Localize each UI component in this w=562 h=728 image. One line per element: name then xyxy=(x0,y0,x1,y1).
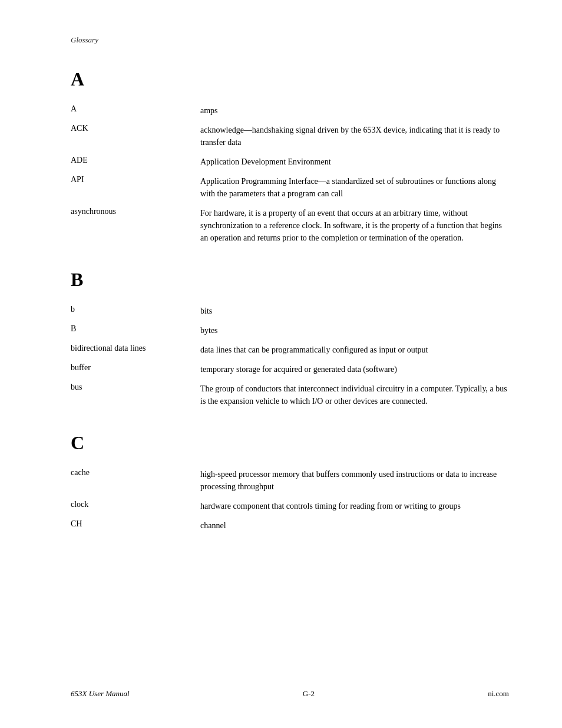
term-cell: cache xyxy=(71,465,200,496)
definition-cell: temporary storage for acquired or genera… xyxy=(200,360,509,379)
sections-container: AAampsACKacknowledge—handshaking signal … xyxy=(71,68,509,535)
section-c: Ccachehigh-speed processor memory that b… xyxy=(71,432,509,535)
table-row: CHchannel xyxy=(71,516,509,535)
section-c-table: cachehigh-speed processor memory that bu… xyxy=(71,465,509,535)
term-cell: b xyxy=(71,301,200,321)
term-cell: clock xyxy=(71,496,200,516)
section-b: BbbitsBbytesbidirectional data linesdata… xyxy=(71,269,509,411)
term-cell: A xyxy=(71,101,200,120)
definition-cell: For hardware, it is a property of an eve… xyxy=(200,203,509,248)
term-cell: asynchronous xyxy=(71,203,200,248)
table-row: busThe group of conductors that intercon… xyxy=(71,379,509,411)
header-label: Glossary xyxy=(71,35,98,44)
section-c-heading: C xyxy=(71,432,509,454)
table-row: Bbytes xyxy=(71,321,509,340)
section-a: AAampsACKacknowledge—handshaking signal … xyxy=(71,68,509,248)
definition-cell: channel xyxy=(200,516,509,535)
term-cell: bidirectional data lines xyxy=(71,340,200,360)
definition-cell: bits xyxy=(200,301,509,321)
definition-cell: The group of conductors that interconnec… xyxy=(200,379,509,411)
section-b-table: bbitsBbytesbidirectional data linesdata … xyxy=(71,301,509,411)
page: Glossary AAampsACKacknowledge—handshakin… xyxy=(0,0,562,728)
term-cell: ACK xyxy=(71,120,200,152)
term-cell: CH xyxy=(71,516,200,535)
table-row: ADEApplication Development Environment xyxy=(71,152,509,172)
section-a-table: AampsACKacknowledge—handshaking signal d… xyxy=(71,101,509,248)
term-cell: bus xyxy=(71,379,200,411)
section-b-heading: B xyxy=(71,269,509,291)
table-row: bbits xyxy=(71,301,509,321)
definition-cell: hardware component that controls timing … xyxy=(200,496,509,516)
definition-cell: acknowledge—handshaking signal driven by… xyxy=(200,120,509,152)
definition-cell: data lines that can be programmatically … xyxy=(200,340,509,360)
table-row: buffertemporary storage for acquired or … xyxy=(71,360,509,379)
table-row: bidirectional data linesdata lines that … xyxy=(71,340,509,360)
page-footer: 653X User Manual G-2 ni.com xyxy=(0,689,562,699)
footer-center: G-2 xyxy=(303,689,315,699)
table-row: cachehigh-speed processor memory that bu… xyxy=(71,465,509,496)
page-header: Glossary xyxy=(71,35,509,45)
definition-cell: Application Programming Interface—a stan… xyxy=(200,172,509,203)
term-cell: buffer xyxy=(71,360,200,379)
table-row: ACKacknowledge—handshaking signal driven… xyxy=(71,120,509,152)
table-row: asynchronousFor hardware, it is a proper… xyxy=(71,203,509,248)
table-row: Aamps xyxy=(71,101,509,120)
table-row: APIApplication Programming Interface—a s… xyxy=(71,172,509,203)
definition-cell: amps xyxy=(200,101,509,120)
footer-left: 653X User Manual xyxy=(71,689,130,699)
term-cell: ADE xyxy=(71,152,200,172)
definition-cell: Application Development Environment xyxy=(200,152,509,172)
section-a-heading: A xyxy=(71,68,509,90)
table-row: clockhardware component that controls ti… xyxy=(71,496,509,516)
term-cell: API xyxy=(71,172,200,203)
term-cell: B xyxy=(71,321,200,340)
definition-cell: high-speed processor memory that buffers… xyxy=(200,465,509,496)
footer-right: ni.com xyxy=(488,689,509,699)
definition-cell: bytes xyxy=(200,321,509,340)
